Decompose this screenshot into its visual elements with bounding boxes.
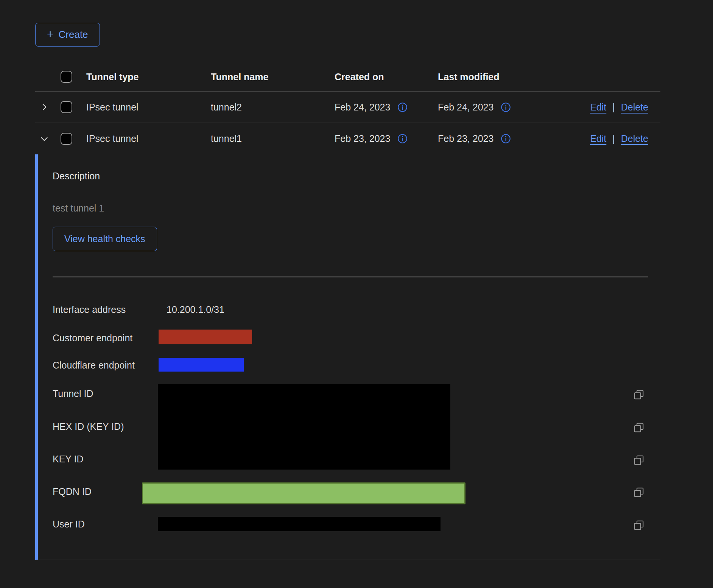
collapse-row-button[interactable]: [35, 134, 56, 144]
description-value: test tunnel 1: [53, 202, 104, 214]
view-health-checks-button[interactable]: View health checks: [53, 227, 157, 251]
action-separator: |: [612, 102, 615, 113]
last-modified-cell: Feb 23, 2023: [438, 133, 493, 144]
tunnel-details-panel: Description test tunnel 1 View health ch…: [35, 154, 660, 560]
plus-icon: +: [47, 28, 54, 40]
copy-icon: [633, 422, 645, 433]
row-checkbox[interactable]: [61, 133, 72, 145]
tunnel-name-cell: tunnel2: [211, 102, 335, 113]
delete-link[interactable]: Delete: [621, 133, 648, 144]
column-header-tunnel-type: Tunnel type: [86, 72, 211, 82]
edit-link[interactable]: Edit: [590, 102, 606, 113]
info-icon[interactable]: [397, 102, 408, 112]
interface-address-value: 10.200.1.0/31: [167, 304, 224, 315]
copy-fqdn-id-button[interactable]: [633, 487, 645, 498]
create-button[interactable]: + Create: [35, 23, 100, 47]
create-button-label: Create: [59, 29, 88, 40]
created-on-cell: Feb 24, 2023: [335, 102, 390, 113]
info-icon[interactable]: [397, 134, 408, 144]
fqdn-id-label: FQDN ID: [53, 486, 92, 497]
customer-endpoint-label: Customer endpoint: [53, 332, 132, 344]
user-id-label: User ID: [53, 518, 85, 530]
user-id-redaction: [158, 517, 441, 531]
copy-icon: [633, 487, 645, 498]
description-label: Description: [53, 170, 100, 182]
created-on-cell: Feb 23, 2023: [335, 133, 390, 144]
copy-tunnel-id-button[interactable]: [633, 389, 645, 400]
expand-row-button[interactable]: [35, 102, 56, 112]
interface-address-label: Interface address: [53, 304, 126, 315]
chevron-right-icon: [39, 102, 49, 112]
info-icon[interactable]: [501, 102, 511, 112]
copy-hex-id-button[interactable]: [633, 422, 645, 433]
key-id-label: KEY ID: [53, 453, 84, 465]
info-icon[interactable]: [501, 134, 511, 144]
tunnels-table: Tunnel type Tunnel name Created on Last …: [35, 62, 660, 560]
edit-link[interactable]: Edit: [590, 133, 606, 144]
section-divider: [53, 277, 648, 277]
tunnel-type-cell: IPsec tunnel: [86, 133, 211, 144]
column-header-tunnel-name: Tunnel name: [211, 72, 335, 82]
row-checkbox[interactable]: [61, 101, 72, 113]
action-separator: |: [612, 133, 615, 144]
fqdn-id-redaction: [142, 482, 465, 504]
select-all-checkbox[interactable]: [61, 71, 72, 83]
delete-link[interactable]: Delete: [621, 102, 648, 113]
id-fields-redaction: [158, 384, 450, 470]
hex-id-label: HEX ID (KEY ID): [53, 421, 124, 432]
cloudflare-endpoint-redaction: [159, 358, 244, 372]
tunnels-page: + Create Tunnel type Tunnel name Created…: [0, 0, 713, 588]
cloudflare-endpoint-label: Cloudflare endpoint: [53, 359, 135, 371]
tunnel-id-label: Tunnel ID: [53, 388, 93, 399]
tunnel-row-tunnel1: IPsec tunnel tunnel1 Feb 23, 2023 Feb 23…: [35, 123, 660, 154]
tunnel-type-cell: IPsec tunnel: [86, 102, 211, 113]
customer-endpoint-redaction: [159, 330, 252, 344]
chevron-down-icon: [39, 134, 49, 144]
copy-icon: [633, 454, 645, 466]
column-header-created-on: Created on: [335, 72, 438, 82]
copy-icon: [633, 389, 645, 400]
tunnel-name-cell: tunnel1: [211, 133, 335, 144]
column-header-last-modified: Last modified: [438, 72, 549, 82]
copy-user-id-button[interactable]: [633, 520, 645, 531]
last-modified-cell: Feb 24, 2023: [438, 102, 493, 113]
table-header-row: Tunnel type Tunnel name Created on Last …: [35, 62, 660, 92]
copy-icon: [633, 520, 645, 531]
copy-key-id-button[interactable]: [633, 454, 645, 466]
tunnel-row-tunnel2: IPsec tunnel tunnel2 Feb 24, 2023 Feb 24…: [35, 92, 660, 123]
